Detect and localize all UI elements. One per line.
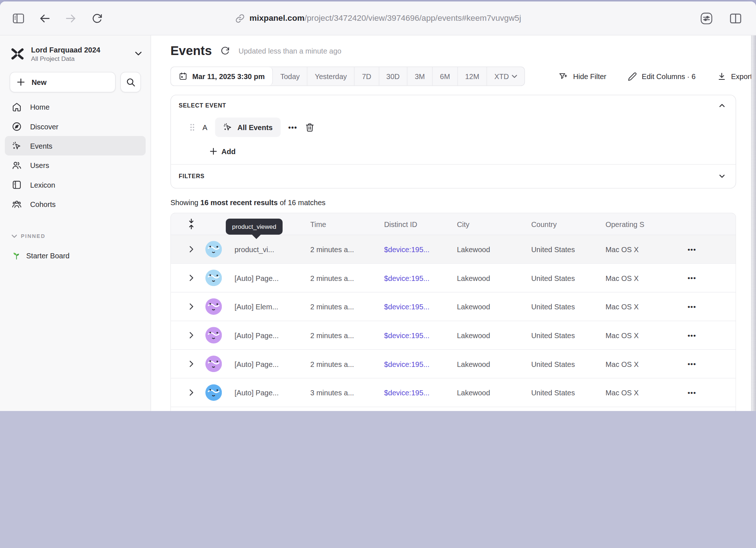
pinned-section-header[interactable]: PINNED [12, 233, 150, 239]
sidebar-item-label: Discover [30, 122, 59, 131]
sidebar-item-discover[interactable]: Discover [5, 117, 146, 136]
chevron-right-icon[interactable] [182, 360, 201, 367]
sidebar-item-events[interactable]: Events [5, 136, 146, 156]
collapse-all-icon[interactable] [182, 219, 201, 229]
event-country: United States [531, 302, 606, 311]
search-button[interactable] [121, 72, 141, 93]
search-icon [126, 78, 135, 87]
row-more-icon[interactable]: ••• [676, 360, 707, 368]
range-12m[interactable]: 12M [458, 67, 487, 86]
back-button[interactable] [35, 8, 54, 28]
forward-button[interactable] [61, 8, 80, 28]
hide-filter-button[interactable]: Hide Filter [559, 72, 606, 81]
range-7d[interactable]: 7D [355, 67, 379, 86]
table-row[interactable]: [Auto] Page... 2 minutes a... $device:19… [171, 263, 736, 292]
event-tooltip: product_viewed [226, 219, 283, 235]
chevron-down-icon[interactable] [719, 175, 725, 179]
sidebar-item-home[interactable]: Home [5, 97, 146, 117]
range-yesterday[interactable]: Yesterday [307, 67, 355, 86]
distinct-id-link[interactable]: $device:195... [384, 302, 457, 311]
scrollbar[interactable] [751, 35, 756, 411]
event-city: Lakewood [457, 302, 531, 311]
distinct-id-link[interactable]: $device:195... [384, 360, 457, 368]
event-os: Mac OS X [606, 274, 677, 282]
filter-icon [559, 72, 568, 81]
chevron-right-icon[interactable] [182, 246, 201, 253]
event-time: 2 minutes a... [310, 274, 384, 282]
sidebar-item-lexicon[interactable]: Lexicon [5, 175, 146, 194]
split-view-button[interactable] [726, 8, 745, 28]
pinned-item-starter-board[interactable]: Starter Board [12, 251, 150, 261]
new-button-label: New [32, 78, 47, 86]
row-more-icon[interactable]: ••• [676, 303, 707, 310]
edit-columns-button[interactable]: Edit Columns · 6 [628, 72, 696, 81]
distinct-id-link[interactable]: $device:195... [384, 245, 457, 254]
row-more-icon[interactable]: ••• [676, 331, 707, 339]
filters-title: FILTERS [179, 173, 205, 180]
pinned-label: PINNED [21, 233, 45, 239]
download-icon [717, 72, 726, 81]
event-chip[interactable]: All Events [215, 118, 280, 137]
trash-icon[interactable] [305, 122, 315, 132]
customize-button[interactable] [697, 8, 716, 28]
column-header-time[interactable]: Time [310, 220, 384, 228]
add-event-button[interactable]: Add [179, 146, 728, 156]
event-country: United States [531, 360, 606, 368]
table-row[interactable]: [Auto] Page... 3 minutes a... $device:19… [171, 378, 736, 407]
range-30d[interactable]: 30D [379, 67, 407, 86]
distinct-id-link[interactable]: $device:195... [384, 331, 457, 340]
table-row[interactable]: [Auto] Elem... 2 minutes a... $device:19… [171, 292, 736, 321]
column-header-city[interactable]: City [457, 220, 531, 228]
sidebar-toggle-icon [13, 13, 24, 23]
chevron-right-icon[interactable] [182, 274, 201, 281]
range-6m[interactable]: 6M [433, 67, 458, 86]
table-row[interactable]: [Auto] Elem... 3 minutes a... $device:19… [171, 407, 736, 411]
sidebar-item-cohorts[interactable]: Cohorts [5, 195, 146, 214]
range-3m[interactable]: 3M [407, 67, 433, 86]
range-xtd[interactable]: XTD [487, 67, 524, 86]
export-button[interactable]: Export [717, 72, 752, 81]
table-row[interactable]: [Auto] Page... 2 minutes a... $device:19… [171, 321, 736, 349]
row-more-icon[interactable]: ••• [676, 245, 707, 253]
range-today[interactable]: Today [273, 67, 308, 86]
distinct-id-link[interactable]: $device:195... [384, 388, 457, 397]
column-header-os[interactable]: Operating S [606, 220, 677, 228]
workspace-name: Lord Farquaad 2024 [31, 45, 100, 55]
refresh-icon[interactable] [221, 46, 230, 55]
event-os: Mac OS X [606, 331, 677, 340]
split-view-icon [730, 13, 741, 23]
browser-window: mixpanel.com/project/3472420/view/397469… [0, 1, 756, 411]
url-bar[interactable]: mixpanel.com/project/3472420/view/397469… [235, 1, 521, 35]
chevron-up-icon[interactable] [719, 103, 725, 107]
distinct-id-link[interactable]: $device:195... [384, 274, 457, 282]
date-picker[interactable]: Mar 11, 2025 3:30 pm [171, 67, 273, 86]
drag-handle-icon[interactable] [190, 124, 194, 131]
event-name: [Auto] Page... [226, 388, 310, 397]
row-more-icon[interactable]: ••• [676, 389, 707, 396]
event-chip-label: All Events [237, 123, 273, 132]
row-more-icon[interactable]: ••• [676, 274, 707, 282]
sidebar-item-label: Events [30, 142, 52, 150]
date-range-control: Mar 11, 2025 3:30 pm TodayYesterday7D30D… [170, 67, 525, 86]
sidebar-toggle-button[interactable] [9, 8, 28, 28]
column-header-country[interactable]: Country [531, 220, 606, 228]
event-name: [Auto] Page... [226, 274, 310, 282]
chevron-right-icon[interactable] [182, 332, 201, 339]
new-button[interactable]: New [10, 72, 116, 93]
chevron-right-icon[interactable] [182, 389, 201, 396]
browser-chrome: mixpanel.com/project/3472420/view/397469… [0, 1, 756, 35]
workspace-switcher[interactable]: Lord Farquaad 2024 All Project Data [0, 35, 150, 65]
table-row[interactable]: [Auto] Page... 2 minutes a... $device:19… [171, 349, 736, 378]
column-header-distinct-id[interactable]: Distinct ID [384, 220, 457, 228]
reload-button[interactable] [87, 8, 107, 28]
event-time: 2 minutes a... [310, 360, 384, 368]
event-os: Mac OS X [606, 360, 677, 368]
lexicon-icon [11, 180, 22, 190]
more-icon[interactable]: ••• [288, 123, 297, 132]
chevron-right-icon[interactable] [182, 303, 201, 310]
users-icon [11, 160, 22, 171]
event-time: 2 minutes a... [310, 331, 384, 340]
sidebar-item-users[interactable]: Users [5, 156, 146, 175]
sidebar-item-label: Users [30, 161, 49, 169]
event-time: 3 minutes a... [310, 388, 384, 397]
